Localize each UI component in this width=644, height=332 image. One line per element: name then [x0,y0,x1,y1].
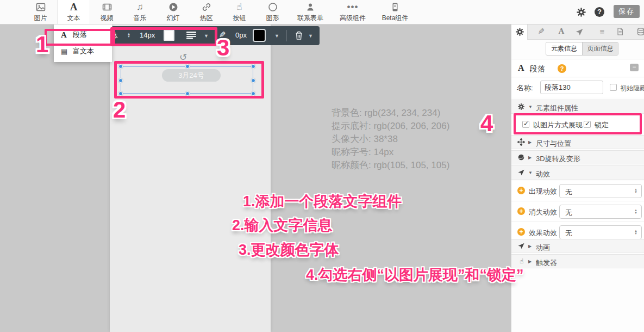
video-icon [102,2,112,13]
annotation-number-4: 4 [480,110,493,137]
toolbar-item-label: 音乐 [134,14,147,23]
slideshow-icon [168,2,179,13]
panel-paper-plane-icon[interactable] [575,28,587,36]
section-trigger[interactable]: ☝ ▶ 触发器 [511,254,644,268]
stroke-color-swatch[interactable] [254,30,265,41]
chevron-down-icon: ▼ [528,104,533,109]
collapse-button[interactable]: − [630,64,639,71]
section-label: 触发器 [536,258,557,268]
section-label: 元素组件属性 [536,103,578,113]
toolbar-item-image[interactable]: 图片 [24,0,57,24]
toolbar-item-shape[interactable]: 图形 [256,0,289,24]
tab-page-info[interactable]: 页面信息 [582,42,618,55]
annotation-number-1: 1 [36,32,48,58]
trash-caret-icon[interactable]: ▼ [308,33,313,39]
toolbar-item-label: 图片 [34,14,47,23]
stroke-width-select[interactable]: 0px [235,31,247,39]
toolbar-item-label: 高级组件 [340,14,366,23]
section-label: 动画 [536,243,550,253]
section-label: 3D旋转及变形 [536,154,580,164]
hand-pointer-icon: ☝ [517,257,526,265]
section-3d-rotate[interactable]: ▶ 3D旋转及变形 [511,150,644,164]
section-motion-effects[interactable]: ▼ 动效 [511,165,644,180]
toolbar-item-music[interactable]: ♫ 音乐 [123,0,157,24]
gear-icon [517,103,526,110]
paper-plane-icon [517,169,526,176]
action-effect-select[interactable]: 无 ▲▼ [559,225,642,239]
plus-circle-icon: + [517,187,525,194]
hotzone-link-icon [201,2,212,13]
select-updown-icon: ▲▼ [634,188,637,194]
toolbar-item-button[interactable]: ☝ 按钮 [223,0,256,24]
panel-pencil-icon[interactable]: ✎ [535,27,547,36]
chevron-right-icon: ▶ [528,155,532,160]
properties-panel: ✎ A ≡ 元素信息 页面信息 A 段落 ? − 名称: [511,24,644,332]
disappear-effect-select[interactable]: 无 ▲▼ [559,205,642,219]
toolbar-item-label: 按钮 [233,14,246,23]
initial-hidden-checkbox[interactable] [610,84,617,91]
save-button[interactable]: 保存 [614,5,640,18]
toolbar-item-contact-form[interactable]: 联系表单 [289,0,332,24]
paper-plane-icon [517,242,526,250]
section-label: 尺寸与位置 [536,139,571,149]
plus-circle-icon: + [517,228,525,236]
step-text-4: 4.勾选右侧“以图片展现”和“锁定” [306,265,524,285]
help-icon[interactable]: ? [558,64,566,73]
chevron-right-icon: ▶ [528,259,532,264]
stroke-caret-icon[interactable]: ▼ [274,33,279,39]
settings-gear-icon[interactable] [576,7,586,17]
toolbar-item-label: 联系表单 [297,14,323,23]
info-line: 昵称颜色: rgb(105, 105, 105) [332,159,449,172]
info-tabs: 元素信息 页面信息 [546,42,618,56]
button-hand-icon: ☝ [236,2,242,13]
toolbar-item-slideshow[interactable]: 幻灯 [157,0,190,24]
panel-text-icon[interactable]: A [555,27,567,36]
panel-gear-icon[interactable] [515,27,527,36]
section-component-props[interactable]: ▼ 元素组件属性 [511,100,644,114]
panel-icon-tabs: ✎ A ≡ [511,24,644,40]
help-icon[interactable]: ? [595,7,604,17]
trash-icon[interactable] [295,30,303,40]
select-value: 无 [565,229,572,238]
canvas-workspace[interactable]: 背景色: rgb(234, 234, 234) 提示底衬: rgb(206, 2… [0,24,511,332]
move-icon [517,138,526,146]
toolbar-item-video[interactable]: 视频 [90,0,123,24]
tab-element-info[interactable]: 元素信息 [546,42,582,55]
toolbar-item-beta[interactable]: Beta组件 [374,0,416,24]
plus-circle-icon: + [517,207,525,215]
text-icon: A [70,2,78,13]
annotation-rect-2 [114,61,264,99]
info-line: 昵称字号: 14px [332,146,449,159]
toolbar-item-label: 视频 [101,14,114,23]
section-size-position[interactable]: ▶ 尺寸与位置 [511,135,644,149]
section-animation[interactable]: ▶ 动画 [511,239,644,253]
contact-form-person-icon [305,2,316,13]
annotation-rect-1 [45,29,115,46]
element-header: A 段落 ? − [511,59,644,77]
dropdown-item-label: 富文本 [73,46,94,56]
chevron-right-icon: ▶ [528,244,532,249]
beta-tablet-icon [390,2,401,13]
chevron-down-icon: ▼ [528,170,533,175]
panel-layers-stack-icon[interactable] [636,27,644,36]
panel-document-icon[interactable] [616,27,628,36]
editor-app: 图片 A 文本 视频 ♫ 音乐 幻灯 热区 ☝ [0,0,644,332]
step-text-3: 3.更改颜色字体 [239,240,339,260]
annotation-number-2: 2 [113,97,126,123]
toolbar-item-label: 图形 [266,14,279,23]
appear-effect-select[interactable]: 无 ▲▼ [559,184,642,198]
paragraph-A-icon: A [518,63,524,73]
element-name-input[interactable] [540,81,603,94]
initial-hidden-label: 初始隐藏 [620,84,644,93]
richtext-doc-icon: ▤ [61,47,73,56]
toolbar-divider [286,30,287,41]
annotation-rect-4 [514,113,642,134]
panel-lines-icon[interactable]: ≡ [596,27,608,36]
section-label: 动效 [536,169,550,179]
name-label: 名称: [517,83,533,93]
toolbar-item-advanced[interactable]: ••• 高级组件 [332,0,374,24]
toolbar-item-text[interactable]: A 文本 [57,0,90,24]
music-icon: ♫ [136,2,143,13]
style-info-text: 背景色: rgb(234, 234, 234) 提示底衬: rgb(206, 2… [332,107,449,172]
toolbar-item-hotzone[interactable]: 热区 [190,0,223,24]
